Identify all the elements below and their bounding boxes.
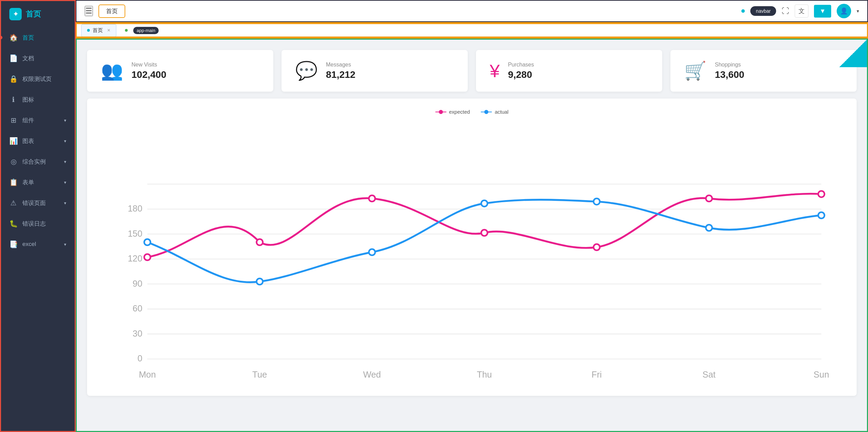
svg-text:120: 120 bbox=[128, 254, 142, 263]
svg-point-24 bbox=[369, 195, 375, 202]
chevron-down-icon-3: ▾ bbox=[64, 159, 66, 164]
content-area: 👥 New Visits 102,400 💬 Messages 81,212 ¥… bbox=[76, 39, 868, 432]
fullscreen-button[interactable]: ⛶ bbox=[782, 7, 789, 16]
bug-icon: 🐛 bbox=[9, 219, 18, 228]
sidebar-item-error-log[interactable]: 🐛 错误日志 bbox=[1, 213, 75, 234]
errors-icon: ⚠ bbox=[9, 199, 18, 207]
sidebar-item-label-icons: 图标 bbox=[22, 96, 66, 104]
main-area: ☰ 首页 navbar ⛶ 文 ▼ 👤 ▾ 首页 ✕ app-main 👥 bbox=[76, 0, 868, 432]
theme-dropdown-button[interactable]: ▼ bbox=[814, 5, 831, 18]
sidebar-item-label-examples: 综合实例 bbox=[22, 158, 59, 166]
yuan-icon: ¥ bbox=[490, 61, 500, 81]
stat-value-purchases: 9,280 bbox=[508, 69, 534, 80]
breadcrumb: 首页 bbox=[98, 4, 125, 18]
stat-label-shoppings: Shoppings bbox=[715, 62, 744, 68]
svg-point-31 bbox=[369, 249, 375, 255]
menu-button[interactable]: ☰ bbox=[85, 6, 93, 16]
svg-point-33 bbox=[594, 198, 600, 205]
sidebar-item-auth[interactable]: 🔒 权限测试页 bbox=[1, 69, 75, 89]
legend-actual: actual bbox=[481, 109, 508, 115]
stat-info-shoppings: Shoppings 13,600 bbox=[715, 62, 744, 80]
sidebar-item-errors[interactable]: ⚠ 错误页面 ▾ bbox=[1, 193, 75, 213]
stat-info-purchases: Purchases 9,280 bbox=[508, 62, 534, 80]
svg-text:150: 150 bbox=[128, 229, 142, 238]
sidebar-badge bbox=[1, 36, 2, 39]
messages-icon: 💬 bbox=[295, 60, 318, 81]
tab-home[interactable]: 首页 ✕ bbox=[81, 24, 116, 37]
sidebar-item-label-errors: 错误页面 bbox=[22, 199, 59, 207]
svg-point-29 bbox=[144, 239, 150, 245]
language-button[interactable]: 文 bbox=[795, 4, 808, 18]
svg-point-23 bbox=[256, 239, 263, 245]
stat-card-purchases: ¥ Purchases 9,280 bbox=[476, 50, 662, 92]
stat-label-visits: New Visits bbox=[131, 62, 166, 68]
avatar[interactable]: 👤 bbox=[837, 4, 851, 18]
stat-card-shoppings: 🛒 Shoppings 13,600 bbox=[670, 50, 857, 92]
legend-expected: expected bbox=[435, 109, 470, 115]
svg-point-26 bbox=[594, 244, 600, 250]
chart-container: expected actual bbox=[87, 99, 857, 396]
sidebar-item-label-widgets: 组件 bbox=[22, 116, 59, 124]
svg-text:60: 60 bbox=[133, 304, 142, 313]
sidebar: ✦ 首页 🏠 首页 📄 文档 🔒 权限测试页 ℹ 图标 ⊞ 组件 ▾ bbox=[0, 0, 76, 432]
sidebar-item-home[interactable]: 🏠 首页 bbox=[1, 27, 75, 48]
tab-dot-blue bbox=[87, 29, 90, 32]
forms-icon: 📋 bbox=[9, 178, 18, 186]
navbar: ☰ 首页 navbar ⛶ 文 ▼ 👤 ▾ bbox=[76, 0, 868, 22]
cart-icon: 🛒 bbox=[684, 60, 707, 81]
stat-card-visits: 👥 New Visits 102,400 bbox=[87, 50, 273, 92]
sidebar-item-widgets[interactable]: ⊞ 组件 ▾ bbox=[1, 110, 75, 131]
home-icon: 🏠 bbox=[9, 33, 18, 42]
tab-home-label: 首页 bbox=[93, 27, 103, 34]
sidebar-item-label-forms: 表单 bbox=[22, 178, 59, 186]
sidebar-nav: 🏠 首页 📄 文档 🔒 权限测试页 ℹ 图标 ⊞ 组件 ▾ 📊 图表 ▾ bbox=[1, 27, 75, 431]
tab-dot-green bbox=[125, 29, 128, 32]
stat-info-messages: Messages 81,212 bbox=[326, 62, 356, 80]
sidebar-item-label-auth: 权限测试页 bbox=[22, 75, 66, 83]
sidebar-logo-label: 首页 bbox=[26, 9, 41, 19]
stats-row: 👥 New Visits 102,400 💬 Messages 81,212 ¥… bbox=[77, 40, 867, 99]
svg-point-22 bbox=[144, 254, 150, 260]
stat-value-visits: 102,400 bbox=[131, 69, 166, 80]
sidebar-item-charts[interactable]: 📊 图表 ▾ bbox=[1, 131, 75, 151]
line-chart: 0 30 60 90 120 150 180 Mon Tue Wed Thu F… bbox=[97, 122, 846, 384]
stat-label-purchases: Purchases bbox=[508, 62, 534, 68]
legend-actual-label: actual bbox=[495, 109, 508, 115]
excel-icon: 📑 bbox=[9, 240, 18, 248]
legend-expected-label: expected bbox=[449, 109, 470, 115]
logo-icon: ✦ bbox=[9, 8, 22, 20]
sidebar-item-docs[interactable]: 📄 文档 bbox=[1, 48, 75, 69]
svg-point-25 bbox=[481, 230, 487, 236]
sidebar-item-icons[interactable]: ℹ 图标 bbox=[1, 89, 75, 110]
corner-decoration bbox=[839, 40, 867, 67]
docs-icon: 📄 bbox=[9, 54, 18, 62]
navbar-badge: navbar bbox=[750, 6, 776, 16]
sidebar-item-label-excel: excel bbox=[22, 241, 59, 248]
sidebar-item-forms[interactable]: 📋 表单 ▾ bbox=[1, 172, 75, 193]
charts-icon: 📊 bbox=[9, 137, 18, 145]
stat-card-messages: 💬 Messages 81,212 bbox=[282, 50, 468, 92]
tab-app-badge: app-main bbox=[133, 27, 159, 34]
tab-close-icon[interactable]: ✕ bbox=[107, 28, 110, 33]
svg-text:Tue: Tue bbox=[252, 370, 267, 379]
visits-icon: 👥 bbox=[101, 60, 123, 81]
sidebar-item-excel[interactable]: 📑 excel ▾ bbox=[1, 234, 75, 255]
svg-point-34 bbox=[706, 225, 712, 231]
svg-text:Fri: Fri bbox=[592, 370, 602, 379]
sidebar-item-examples[interactable]: ◎ 综合实例 ▾ bbox=[1, 151, 75, 172]
chevron-down-icon-6: ▾ bbox=[64, 242, 66, 247]
chevron-down-icon-4: ▾ bbox=[64, 180, 66, 185]
svg-text:Sat: Sat bbox=[702, 370, 716, 379]
stat-value-shoppings: 13,600 bbox=[715, 69, 744, 80]
status-dot bbox=[741, 9, 745, 13]
svg-point-27 bbox=[706, 195, 712, 202]
stat-value-messages: 81,212 bbox=[326, 69, 356, 80]
tabs-bar: 首页 ✕ app-main bbox=[76, 22, 868, 39]
widgets-icon: ⊞ bbox=[9, 116, 18, 124]
stat-info-visits: New Visits 102,400 bbox=[131, 62, 166, 80]
tab-app[interactable]: app-main bbox=[119, 24, 165, 37]
sidebar-logo[interactable]: ✦ 首页 bbox=[1, 1, 75, 27]
svg-text:0: 0 bbox=[137, 353, 142, 363]
examples-icon: ◎ bbox=[9, 157, 18, 166]
avatar-chevron-icon[interactable]: ▾ bbox=[857, 8, 859, 14]
